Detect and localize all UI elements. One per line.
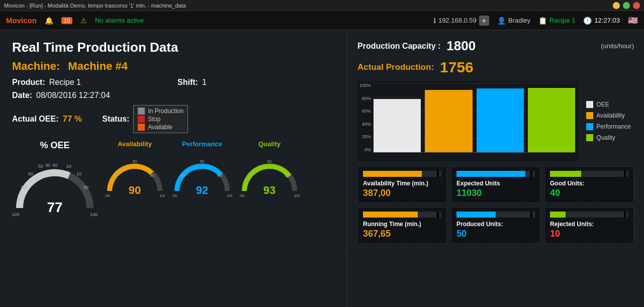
svg-text:90: 90 bbox=[285, 173, 289, 178]
legend-color-oee bbox=[586, 101, 593, 108]
stat-bar-produced-units bbox=[456, 212, 535, 218]
status-dot-inproduction bbox=[138, 108, 145, 115]
stat-title-rejected-units: Rejected Units: bbox=[550, 221, 628, 228]
performance-label: Performance bbox=[182, 140, 222, 148]
gauges-section: % OEE 77 100 80 90 100 bbox=[12, 140, 335, 225]
stat-bar-expected-units bbox=[456, 171, 535, 177]
legend-label-oee: OEE bbox=[596, 101, 609, 108]
legend-performance: Performance bbox=[586, 123, 631, 130]
machine-label: Machine: bbox=[12, 60, 60, 73]
product-cell: Product: Recipe 1 bbox=[12, 78, 169, 87]
y-label-0: 0% bbox=[364, 147, 371, 152]
status-label: Status: bbox=[102, 115, 129, 124]
machine-row: Machine: Machine #4 bbox=[12, 60, 335, 73]
stat-value-running-time: 367,65 bbox=[363, 229, 441, 239]
svg-text:100: 100 bbox=[172, 193, 177, 198]
left-panel: Real Time Production Data Machine: Machi… bbox=[0, 30, 347, 307]
stat-bar-running-time bbox=[363, 212, 441, 218]
clock-icon: 🕐 bbox=[583, 17, 592, 25]
chart-section: 100% 80% 60% 40% 20% 0% bbox=[357, 81, 634, 161]
svg-text:50: 50 bbox=[200, 159, 205, 164]
recipe-name: Recipe 1 bbox=[549, 17, 575, 24]
main-gauge-svg: 77 100 80 90 100 60 10 50 20 40 30 bbox=[12, 153, 98, 223]
legend-quality: Quality bbox=[586, 134, 631, 141]
svg-text:100: 100 bbox=[105, 193, 110, 198]
oee-section-title: % OEE bbox=[12, 140, 98, 151]
svg-text:40: 40 bbox=[52, 163, 57, 168]
capacity-label: Production Capacity : bbox=[357, 42, 440, 51]
nav-bar: Movicon 🔔 10 ⚠ No alarms active ℹ 192.16… bbox=[0, 11, 644, 30]
shift-value: 1 bbox=[202, 78, 207, 87]
y-label-40: 40% bbox=[362, 122, 371, 127]
product-label: Product: bbox=[12, 78, 45, 87]
svg-text:80: 80 bbox=[21, 185, 26, 190]
svg-text:50: 50 bbox=[133, 159, 137, 164]
svg-text:80: 80 bbox=[181, 173, 186, 178]
stat-availability-time: Availability Time (min.) 387,00 bbox=[357, 166, 447, 203]
stat-title-good-units: Good Units: bbox=[550, 180, 628, 187]
oee-status-row: Actual OEE: 77 % Status: In Production S… bbox=[12, 105, 335, 133]
bars-container bbox=[374, 83, 575, 152]
info-icon: ℹ bbox=[433, 17, 436, 25]
svg-text:90: 90 bbox=[150, 173, 154, 178]
stat-bar-good-units bbox=[550, 171, 628, 177]
y-label-20: 20% bbox=[362, 134, 371, 139]
svg-text:100: 100 bbox=[294, 193, 300, 198]
svg-text:50: 50 bbox=[38, 164, 43, 169]
flag-icon: 🇺🇸 bbox=[628, 16, 638, 25]
performance-gauge: Performance 92 100 100 80 90 50 bbox=[172, 140, 232, 206]
svg-text:100: 100 bbox=[90, 212, 98, 217]
stat-marker-expected-units bbox=[530, 171, 532, 177]
date-label: Date: bbox=[12, 91, 32, 100]
status-dot-stop bbox=[138, 116, 145, 123]
svg-text:92: 92 bbox=[196, 184, 208, 196]
date-value: 08/08/2016 12:27:04 bbox=[36, 91, 110, 100]
actual-prod-label: Actual Production: bbox=[357, 62, 434, 72]
stat-value-produced-units: 50 bbox=[456, 229, 535, 239]
plus-button[interactable]: + bbox=[479, 16, 489, 26]
stat-value-expected-units: 11030 bbox=[456, 188, 535, 198]
stat-fill-availability-time bbox=[363, 171, 422, 177]
svg-text:10: 10 bbox=[76, 171, 81, 176]
user-name: Bradley bbox=[508, 17, 530, 24]
y-label-80: 80% bbox=[362, 96, 371, 101]
stat-value-good-units: 40 bbox=[550, 188, 628, 198]
availability-gauge: Availability 90 100 100 80 90 50 bbox=[105, 140, 165, 206]
window-controls bbox=[613, 2, 640, 9]
title-bar: Movicon - [Run] - Modalità Demo, tempo t… bbox=[0, 0, 644, 11]
stat-value-availability-time: 387,00 bbox=[363, 188, 441, 198]
y-axis: 100% 80% 60% 40% 20% 0% bbox=[357, 83, 373, 152]
stat-fill-expected-units bbox=[456, 171, 525, 177]
status-legend: In Production Stop Available bbox=[133, 105, 188, 133]
stat-value-rejected-units: 10 bbox=[550, 229, 628, 239]
status-stop-label: Stop bbox=[148, 116, 160, 123]
page-title: Real Time Production Data bbox=[12, 40, 335, 55]
bar-quality bbox=[528, 88, 575, 152]
stat-produced-units: Produced Units: 50 bbox=[451, 207, 540, 244]
y-label-60: 60% bbox=[362, 109, 371, 114]
oee-label: Actual OEE: bbox=[12, 115, 58, 124]
legend-label-quality: Quality bbox=[596, 134, 615, 141]
capacity-value: 1800 bbox=[446, 38, 476, 54]
stat-marker-produced-units bbox=[530, 212, 532, 218]
minimize-button[interactable] bbox=[613, 2, 620, 9]
status-dot-available bbox=[138, 124, 145, 131]
chart-legend: OEE Availability Performance Quality bbox=[583, 81, 634, 161]
stat-title-expected-units: Expected Units bbox=[456, 180, 535, 187]
stat-marker-rejected-units bbox=[624, 212, 626, 218]
capacity-unit: (units/hour) bbox=[601, 42, 634, 50]
brand-logo: Movicon bbox=[6, 16, 37, 25]
ip-info: ℹ 192.168.0.59 + bbox=[433, 16, 489, 26]
bell-icon: 🔔 bbox=[45, 17, 53, 25]
maximize-button[interactable] bbox=[623, 2, 630, 9]
stat-fill-produced-units bbox=[456, 212, 496, 218]
stat-bar-availability-time bbox=[363, 171, 441, 177]
stat-rejected-units: Rejected Units: 10 bbox=[544, 207, 634, 244]
close-button[interactable] bbox=[633, 2, 640, 9]
svg-text:90: 90 bbox=[217, 173, 222, 178]
bar-performance bbox=[477, 88, 524, 152]
actual-prod-row: Actual Production: 1756 bbox=[357, 59, 634, 76]
main-gauge-wrapper: % OEE 77 100 80 90 100 bbox=[12, 140, 98, 225]
stat-bar-rejected-units bbox=[550, 212, 628, 218]
legend-color-performance bbox=[586, 123, 593, 130]
